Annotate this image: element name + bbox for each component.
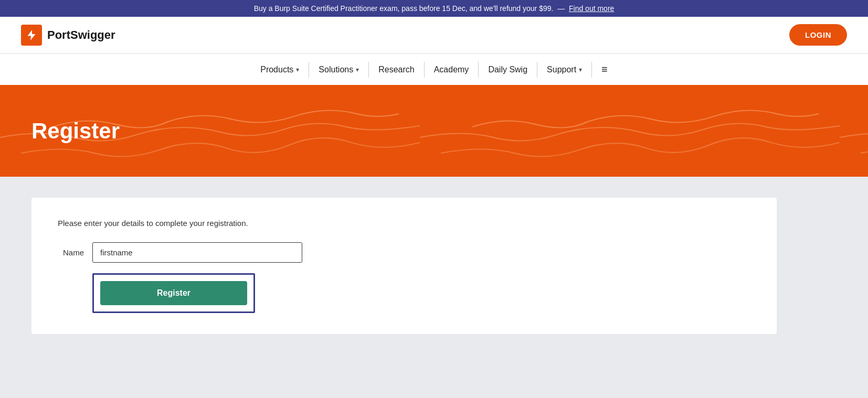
main-content: Please enter your details to complete yo… (0, 177, 868, 365)
hamburger-icon: ≡ (601, 63, 608, 76)
main-nav: Products ▾ Solutions ▾ Research Academy … (0, 53, 868, 85)
hero-pattern (0, 85, 868, 177)
nav-item-daily-swig[interactable]: Daily Swig (479, 62, 537, 78)
banner-text: Buy a Burp Suite Certified Practitioner … (254, 4, 554, 13)
login-button[interactable]: LOGIN (789, 24, 847, 46)
banner-link[interactable]: Find out more (569, 4, 614, 13)
header: PortSwigger LOGIN (0, 17, 868, 53)
register-section: Register (92, 273, 750, 313)
register-button[interactable]: Register (100, 281, 247, 305)
logo-text: PortSwigger (47, 28, 115, 42)
nav-item-products[interactable]: Products ▾ (251, 62, 309, 78)
nav-item-hamburger[interactable]: ≡ (592, 60, 617, 79)
banner-separator: — (557, 4, 565, 13)
logo-icon (21, 25, 42, 46)
register-highlight-box: Register (92, 273, 255, 313)
nav-research-label: Research (378, 65, 414, 74)
nav-daily-swig-label: Daily Swig (488, 65, 527, 74)
chevron-down-icon: ▾ (296, 66, 299, 73)
nav-item-solutions[interactable]: Solutions ▾ (309, 62, 369, 78)
form-card: Please enter your details to complete yo… (31, 198, 777, 334)
chevron-down-icon: ▾ (579, 66, 582, 73)
hero-section: Register (0, 85, 868, 177)
nav-products-label: Products (260, 65, 293, 74)
name-label: Name (58, 248, 84, 257)
nav-academy-label: Academy (434, 65, 469, 74)
nav-support-label: Support (547, 65, 576, 74)
name-input[interactable] (92, 242, 302, 263)
logo[interactable]: PortSwigger (21, 25, 115, 46)
bolt-icon (25, 29, 38, 41)
top-banner: Buy a Burp Suite Certified Practitioner … (0, 0, 868, 17)
form-description: Please enter your details to complete yo… (58, 219, 750, 228)
nav-solutions-label: Solutions (319, 65, 353, 74)
nav-item-support[interactable]: Support ▾ (537, 62, 592, 78)
chevron-down-icon: ▾ (356, 66, 359, 73)
nav-item-research[interactable]: Research (369, 62, 424, 78)
name-field-row: Name (58, 242, 750, 263)
page-title: Register (31, 119, 120, 144)
nav-item-academy[interactable]: Academy (425, 62, 479, 78)
